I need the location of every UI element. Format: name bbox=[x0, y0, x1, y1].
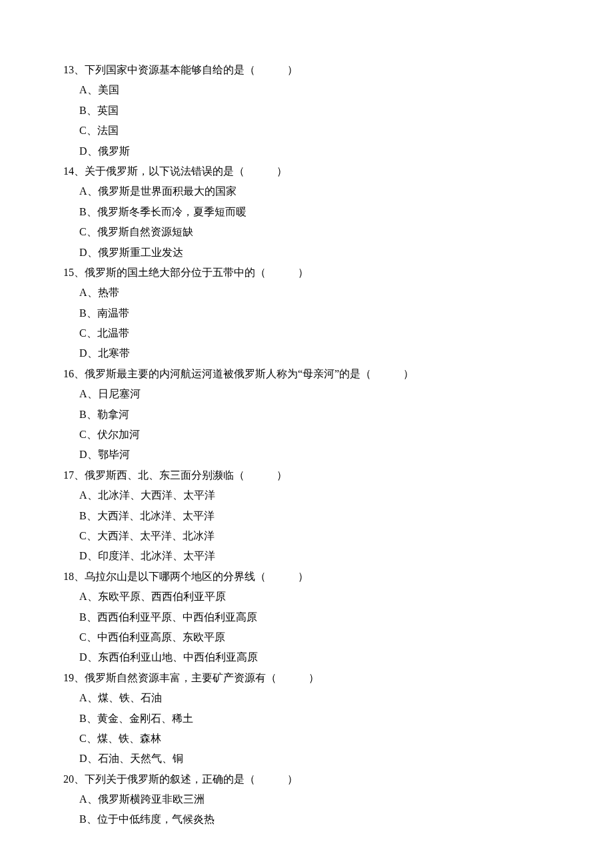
option-text: 北温带 bbox=[97, 327, 129, 339]
option-text: 北寒带 bbox=[98, 347, 130, 359]
answer-option: C、中西伯利亚高原、东欧平原 bbox=[63, 627, 550, 647]
option-separator: 、 bbox=[87, 753, 98, 764]
option-text: 英国 bbox=[97, 105, 119, 116]
option-separator: 、 bbox=[87, 206, 97, 217]
answer-option: B、黄金、金刚石、稀土 bbox=[63, 709, 550, 729]
option-text: 俄罗斯冬季长而冷，夏季短而暖 bbox=[97, 206, 247, 217]
option-text: 印度洋、北冰洋、太平洋 bbox=[98, 550, 215, 561]
option-text: 南温带 bbox=[97, 307, 129, 319]
option-text: 西西伯利亚平原、中西伯利亚高原 bbox=[97, 611, 257, 623]
answer-option: D、印度洋、北冰洋、太平洋 bbox=[63, 546, 550, 566]
answer-option: C、煤、铁、森林 bbox=[63, 729, 550, 749]
option-label: B bbox=[79, 611, 87, 623]
question-stem: 15、俄罗斯的国土绝大部分位于五带中的（ ） bbox=[63, 263, 550, 283]
question-number-separator: 、 bbox=[74, 368, 85, 379]
question-number: 17 bbox=[63, 469, 74, 481]
question-number: 20 bbox=[63, 773, 74, 785]
question-stem: 16、俄罗斯最主要的内河航运河道被俄罗斯人称为“母亲河”的是（ ） bbox=[63, 364, 550, 384]
option-text: 北冰洋、大西洋、太平洋 bbox=[98, 489, 215, 501]
option-text: 俄罗斯自然资源短缺 bbox=[97, 226, 193, 237]
option-separator: 、 bbox=[87, 429, 97, 440]
option-separator: 、 bbox=[87, 510, 97, 521]
option-label: C bbox=[79, 429, 87, 440]
option-label: D bbox=[79, 550, 87, 561]
option-text: 石油、天然气、铜 bbox=[98, 753, 183, 764]
question-stem-text: 下列国家中资源基本能够自给的是（ ） bbox=[85, 64, 298, 75]
question-stem: 18、乌拉尔山是以下哪两个地区的分界线（ ） bbox=[63, 567, 550, 587]
option-separator: 、 bbox=[87, 125, 97, 136]
option-label: B bbox=[79, 307, 87, 319]
option-separator: 、 bbox=[87, 651, 98, 663]
option-separator: 、 bbox=[87, 813, 97, 825]
answer-option: B、西西伯利亚平原、中西伯利亚高原 bbox=[63, 607, 550, 627]
question-number-separator: 、 bbox=[74, 267, 85, 278]
question-number-separator: 、 bbox=[74, 672, 85, 683]
option-label: A bbox=[79, 793, 87, 805]
option-separator: 、 bbox=[87, 145, 98, 157]
option-label: D bbox=[79, 753, 87, 764]
answer-option: D、俄罗斯重工业发达 bbox=[63, 243, 550, 263]
question-stem-text: 俄罗斯西、北、东三面分别濒临（ ） bbox=[85, 469, 287, 481]
option-separator: 、 bbox=[87, 631, 97, 643]
option-separator: 、 bbox=[87, 84, 98, 95]
option-separator: 、 bbox=[87, 185, 98, 197]
answer-option: D、俄罗斯 bbox=[63, 141, 550, 161]
option-separator: 、 bbox=[87, 550, 98, 561]
question-stem: 13、下列国家中资源基本能够自给的是（ ） bbox=[63, 60, 550, 80]
option-text: 鄂毕河 bbox=[98, 449, 130, 460]
answer-option: A、北冰洋、大西洋、太平洋 bbox=[63, 485, 550, 505]
option-text: 勒拿河 bbox=[97, 409, 129, 420]
question-stem-text: 俄罗斯的国土绝大部分位于五带中的（ ） bbox=[85, 267, 308, 278]
question-number: 14 bbox=[63, 165, 74, 177]
option-label: A bbox=[79, 692, 87, 703]
option-label: D bbox=[79, 145, 87, 157]
option-separator: 、 bbox=[87, 388, 98, 399]
option-label: C bbox=[79, 327, 87, 339]
answer-option: A、俄罗斯横跨亚非欧三洲 bbox=[63, 789, 550, 809]
question-number-separator: 、 bbox=[74, 571, 85, 582]
answer-option: B、南温带 bbox=[63, 303, 550, 323]
option-label: C bbox=[79, 530, 87, 541]
option-text: 大西洋、北冰洋、太平洋 bbox=[97, 510, 215, 521]
option-text: 俄罗斯横跨亚非欧三洲 bbox=[98, 793, 205, 805]
option-text: 东欧平原、西西伯利亚平原 bbox=[98, 591, 226, 602]
question-number-separator: 、 bbox=[74, 165, 85, 177]
option-separator: 、 bbox=[87, 611, 97, 623]
option-label: A bbox=[79, 388, 87, 399]
option-separator: 、 bbox=[87, 347, 98, 359]
option-separator: 、 bbox=[87, 713, 97, 724]
option-label: B bbox=[79, 105, 87, 116]
option-label: D bbox=[79, 651, 87, 663]
option-label: B bbox=[79, 409, 87, 420]
question-number-separator: 、 bbox=[74, 469, 85, 481]
option-separator: 、 bbox=[87, 247, 98, 258]
option-label: A bbox=[79, 84, 87, 95]
answer-option: B、大西洋、北冰洋、太平洋 bbox=[63, 506, 550, 526]
option-text: 煤、铁、石油 bbox=[98, 692, 162, 703]
option-label: D bbox=[79, 449, 87, 460]
option-label: B bbox=[79, 813, 87, 825]
option-label: D bbox=[79, 347, 87, 359]
option-label: C bbox=[79, 125, 87, 136]
option-label: A bbox=[79, 591, 87, 602]
option-text: 煤、铁、森林 bbox=[97, 733, 161, 744]
option-label: B bbox=[79, 510, 87, 521]
question-stem: 14、关于俄罗斯，以下说法错误的是（ ） bbox=[63, 161, 550, 181]
question-number: 13 bbox=[63, 64, 74, 75]
answer-option: D、北寒带 bbox=[63, 343, 550, 363]
option-separator: 、 bbox=[87, 449, 98, 460]
answer-option: B、位于中低纬度，气候炎热 bbox=[63, 809, 550, 829]
question-stem: 19、俄罗斯自然资源丰富，主要矿产资源有（ ） bbox=[63, 668, 550, 688]
option-label: C bbox=[79, 226, 87, 237]
option-separator: 、 bbox=[87, 327, 97, 339]
option-separator: 、 bbox=[87, 591, 98, 602]
answer-option: D、鄂毕河 bbox=[63, 445, 550, 465]
answer-option: C、法国 bbox=[63, 121, 550, 141]
question-stem: 17、俄罗斯西、北、东三面分别濒临（ ） bbox=[63, 465, 550, 485]
option-text: 美国 bbox=[98, 84, 119, 95]
option-text: 黄金、金刚石、稀土 bbox=[97, 713, 193, 724]
option-text: 位于中低纬度，气候炎热 bbox=[97, 813, 215, 825]
question-number-separator: 、 bbox=[74, 773, 85, 785]
answer-option: C、大西洋、太平洋、北冰洋 bbox=[63, 526, 550, 546]
option-separator: 、 bbox=[87, 287, 98, 298]
